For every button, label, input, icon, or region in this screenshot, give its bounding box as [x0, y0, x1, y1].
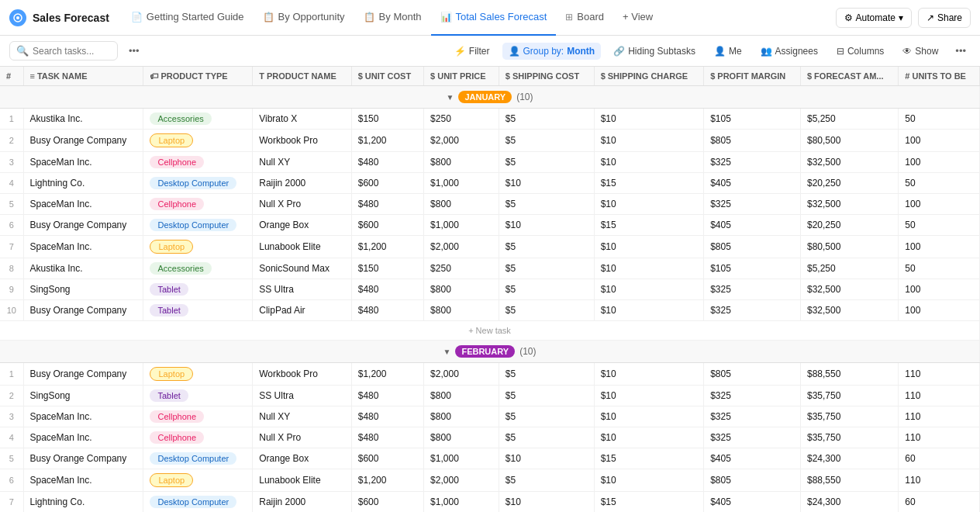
row-unit-cost: $480: [351, 386, 423, 406]
row-task[interactable]: SingSong: [23, 279, 143, 300]
col-product-type[interactable]: 🏷 PRODUCT TYPE: [143, 67, 253, 86]
row-product-type[interactable]: Tablet: [143, 279, 253, 300]
row-units: 100: [899, 236, 980, 258]
row-task[interactable]: SingSong: [23, 386, 143, 406]
table-row[interactable]: 7 SpaceMan Inc. Laptop Lunabook Elite $1…: [0, 236, 980, 258]
row-product-type[interactable]: Desktop Computer: [143, 173, 253, 194]
row-product-type[interactable]: Laptop: [143, 130, 253, 152]
row-product-name: Null XY: [253, 152, 351, 173]
columns-button[interactable]: ⊟ Columns: [830, 43, 890, 60]
tab-by-opportunity[interactable]: 📋 By Opportunity: [254, 0, 354, 36]
automate-button[interactable]: ⚙ Automate ▾: [836, 8, 912, 28]
row-task[interactable]: Akustika Inc.: [23, 258, 143, 279]
search-box[interactable]: 🔍: [9, 41, 118, 61]
new-task-btn[interactable]: + New task: [0, 321, 980, 341]
row-product-type[interactable]: Accessories: [143, 258, 253, 279]
tab-add-view[interactable]: + View: [613, 0, 662, 36]
row-product-type[interactable]: Cellphone: [143, 194, 253, 215]
row-product-type[interactable]: Laptop: [143, 363, 253, 386]
row-task[interactable]: Lightning Co.: [23, 492, 143, 513]
row-task[interactable]: SpaceMan Inc.: [23, 427, 143, 448]
me-button[interactable]: 👤 Me: [708, 43, 748, 60]
row-product-type[interactable]: Desktop Computer: [143, 215, 253, 236]
row-task[interactable]: Busy Orange Company: [23, 363, 143, 386]
row-product-type[interactable]: Accessories: [143, 109, 253, 130]
col-unit-cost[interactable]: $ UNIT COST: [351, 67, 423, 86]
assignees-button[interactable]: 👥 Assignees: [754, 43, 824, 60]
table-row[interactable]: 6 SpaceMan Inc. Laptop Lunabook Elite $1…: [0, 469, 980, 492]
row-task[interactable]: Busy Orange Company: [23, 130, 143, 152]
row-product-type[interactable]: Tablet: [143, 300, 253, 321]
table-row[interactable]: 7 Lightning Co. Desktop Computer Raijin …: [0, 492, 980, 513]
col-shipping-charge[interactable]: $ SHIPPING CHARGE: [594, 67, 704, 86]
row-profit: $325: [704, 152, 801, 173]
tab-board[interactable]: ⊞ Board: [556, 0, 613, 36]
table-row[interactable]: 5 SpaceMan Inc. Cellphone Null X Pro $48…: [0, 194, 980, 215]
table-row[interactable]: 4 Lightning Co. Desktop Computer Raijin …: [0, 173, 980, 194]
table-row[interactable]: 1 Akustika Inc. Accessories Vibrato X $1…: [0, 109, 980, 130]
share-button[interactable]: ↗ Share: [918, 8, 971, 28]
col-units[interactable]: # UNITS TO BE: [899, 67, 980, 86]
group-by-button[interactable]: 👤 Group by: Month: [502, 43, 602, 60]
col-product-name[interactable]: T PRODUCT NAME: [253, 67, 351, 86]
table-row[interactable]: 3 SpaceMan Inc. Cellphone Null XY $480 $…: [0, 152, 980, 173]
row-product-type[interactable]: Desktop Computer: [143, 492, 253, 513]
row-task[interactable]: SpaceMan Inc.: [23, 406, 143, 427]
col-unit-price[interactable]: $ UNIT PRICE: [424, 67, 499, 86]
row-task[interactable]: Busy Orange Company: [23, 448, 143, 469]
row-product-type[interactable]: Laptop: [143, 236, 253, 258]
row-unit-price: $250: [424, 109, 499, 130]
table-row[interactable]: 1 Busy Orange Company Laptop Workbook Pr…: [0, 363, 980, 386]
table-row[interactable]: 4 SpaceMan Inc. Cellphone Null X Pro $48…: [0, 427, 980, 448]
new-task-row[interactable]: + New task: [0, 321, 980, 341]
row-task[interactable]: SpaceMan Inc.: [23, 236, 143, 258]
row-unit-price: $800: [424, 427, 499, 448]
row-profit: $325: [704, 406, 801, 427]
main-table: # ≡ TASK NAME 🏷 PRODUCT TYPE T PRODUCT N…: [0, 67, 980, 512]
row-product-type[interactable]: Cellphone: [143, 406, 253, 427]
table-row[interactable]: 9 SingSong Tablet SS Ultra $480 $800 $5 …: [0, 279, 980, 300]
table-row[interactable]: 3 SpaceMan Inc. Cellphone Null XY $480 $…: [0, 406, 980, 427]
col-number: #: [0, 67, 23, 86]
col-task-name[interactable]: ≡ TASK NAME: [23, 67, 143, 86]
toolbar-overflow-button[interactable]: •••: [951, 42, 971, 60]
group-chevron-icon[interactable]: ▼: [446, 93, 454, 102]
show-button[interactable]: 👁 Show: [896, 43, 944, 60]
row-product-type[interactable]: Laptop: [143, 469, 253, 492]
col-profit-margin[interactable]: $ PROFIT MARGIN: [704, 67, 801, 86]
row-task[interactable]: SpaceMan Inc.: [23, 194, 143, 215]
filter-button[interactable]: ⚡ Filter: [448, 43, 496, 60]
table-row[interactable]: 2 SingSong Tablet SS Ultra $480 $800 $5 …: [0, 386, 980, 406]
row-task[interactable]: SpaceMan Inc.: [23, 152, 143, 173]
col-shipping-cost[interactable]: $ SHIPPING COST: [499, 67, 594, 86]
row-task[interactable]: Akustika Inc.: [23, 109, 143, 130]
hiding-subtasks-button[interactable]: 🔗 Hiding Subtasks: [607, 43, 702, 60]
row-ship-charge: $10: [594, 194, 704, 215]
search-input[interactable]: [33, 46, 110, 57]
table-row[interactable]: 10 Busy Orange Company Tablet ClipPad Ai…: [0, 300, 980, 321]
row-task[interactable]: Lightning Co.: [23, 173, 143, 194]
table-row[interactable]: 5 Busy Orange Company Desktop Computer O…: [0, 448, 980, 469]
row-task[interactable]: SpaceMan Inc.: [23, 469, 143, 492]
toolbar-more-btn[interactable]: •••: [124, 42, 144, 60]
row-units: 100: [899, 194, 980, 215]
app-title: Sales Forecast: [33, 12, 109, 24]
row-product-type[interactable]: Desktop Computer: [143, 448, 253, 469]
row-task[interactable]: Busy Orange Company: [23, 300, 143, 321]
col-forecast[interactable]: $ FORECAST AM...: [800, 67, 898, 86]
row-task[interactable]: Busy Orange Company: [23, 215, 143, 236]
row-product-type[interactable]: Tablet: [143, 386, 253, 406]
tab-by-month[interactable]: 📋 By Month: [354, 0, 431, 36]
row-units: 60: [899, 448, 980, 469]
table-row[interactable]: 2 Busy Orange Company Laptop Workbook Pr…: [0, 130, 980, 152]
row-num: 1: [0, 109, 23, 130]
row-product-type[interactable]: Cellphone: [143, 152, 253, 173]
row-product-type[interactable]: Cellphone: [143, 427, 253, 448]
group-chevron-icon[interactable]: ▼: [443, 348, 451, 356]
table-row[interactable]: 6 Busy Orange Company Desktop Computer O…: [0, 215, 980, 236]
table-row[interactable]: 8 Akustika Inc. Accessories SonicSound M…: [0, 258, 980, 279]
tab-getting-started[interactable]: 📄 Getting Started Guide: [122, 0, 254, 36]
row-num: 7: [0, 492, 23, 513]
tab-total-sales[interactable]: 📊 Total Sales Forecast: [431, 0, 557, 36]
row-ship-cost: $5: [499, 194, 594, 215]
